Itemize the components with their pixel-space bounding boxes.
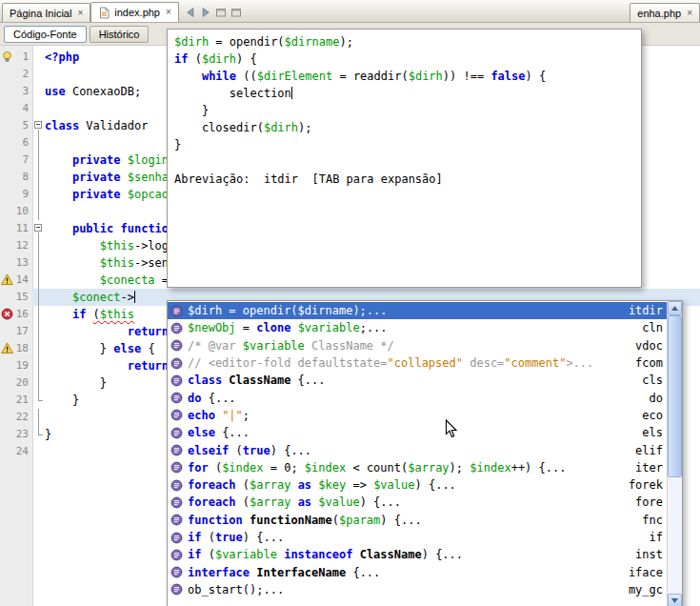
completion-item[interactable]: $dirh = opendir($dirname);...itdir [168,302,667,319]
gutter-cell: 8 [0,169,32,186]
hint-icon[interactable] [1,50,13,63]
gutter-cell: 4 [0,100,32,117]
abbreviation-label: cls [642,374,663,387]
gutter-cell: 21 [0,392,32,409]
abbreviation-hint: Abreviação: itdir [TAB para expansão] [174,171,634,188]
close-icon[interactable]: × [166,8,171,17]
abbreviation-label: elif [635,444,663,457]
line-number: 2 [0,66,32,83]
completion-item[interactable]: ob_start();...my_gc [168,581,667,598]
completion-item[interactable]: elseif (true) {...elif [168,441,667,458]
line-number: 22 [0,409,32,426]
fold-guide [32,374,45,392]
completion-item[interactable]: foreach ($array as $key => $value) {...f… [168,476,667,494]
history-view-button[interactable]: Histórico [90,26,150,43]
code-text: use ConexaoDB; [45,83,141,100]
template-icon [170,427,183,439]
completion-text: elseif (true) {... [188,444,628,457]
completion-item[interactable]: /* @var $variable ClassName */vdoc [168,337,667,354]
completion-text: $dirh = opendir($dirname);... [188,304,621,317]
netbeans-window: Página Inicial × index.php × enha.php × … [0,0,700,606]
code-text: private $senha [45,169,169,186]
window-icon-2[interactable] [230,6,243,19]
completion-item[interactable]: if ($variable instanceof ClassName) {...… [168,546,667,563]
fold-guide [32,83,45,100]
completion-item[interactable]: do {...do [168,389,667,406]
preview-code: $dirh = opendir($dirname);if ($dirh) { w… [174,33,634,153]
completion-item[interactable]: for ($index = 0; $index < count($array);… [168,459,667,476]
scroll-track[interactable] [668,477,682,594]
line-number: 4 [0,100,32,117]
scroll-up-button[interactable] [668,301,682,315]
fold-guide [32,306,45,323]
fold-guide [32,169,45,186]
abbreviation-label: iface [629,566,663,579]
completion-text: // <editor-fold defaultstate="collapsed"… [188,356,628,370]
completion-item[interactable]: else {...els [168,424,667,441]
fold-guide [32,66,45,83]
completion-text: else {... [188,426,634,439]
fold-toggle-icon[interactable] [32,220,45,237]
abbreviation-label: if [650,531,663,544]
abbreviation-label: itdir [629,304,663,317]
code-text: private $login [45,152,169,169]
completion-item[interactable]: interface InterfaceName {...iface [168,563,667,580]
completion-text: ob_start();... [188,583,621,596]
code-text: if ($this [45,306,134,323]
scroll-thumb[interactable] [668,315,682,477]
completion-item[interactable]: // <editor-fold defaultstate="collapsed"… [168,354,667,372]
code-text: $this->log [45,237,169,254]
line-number: 9 [0,186,32,203]
back-icon[interactable] [184,6,197,19]
preview-code-line: } [174,136,634,153]
scroll-down-button[interactable] [668,594,682,606]
tab-senha-php[interactable]: enha.php × [630,3,700,22]
close-icon[interactable]: × [77,9,83,18]
fold-toggle-icon[interactable] [32,117,45,134]
completion-item[interactable]: echo "|";eco [168,407,667,424]
fold-guide [32,289,45,306]
gutter-cell: 16 [0,306,32,323]
mouse-cursor [445,419,458,441]
preview-code-line: } [174,102,634,119]
completion-item[interactable]: function functionName($param) {...fnc [168,512,667,529]
tab-pagina-inicial[interactable]: Página Inicial × [2,3,90,22]
code-text: private $opcao [45,186,169,203]
line-number: 13 [0,254,32,272]
completion-item[interactable]: if (true) {...if [168,529,667,546]
line-number: 21 [0,392,32,409]
close-icon[interactable]: × [687,9,692,18]
template-preview-popup: $dirh = opendir($dirname);if ($dirh) { w… [167,29,642,288]
window-icon[interactable] [214,6,228,19]
tab-label: enha.php [637,8,681,19]
fold-guide [32,426,45,443]
line-number: 15 [0,289,32,306]
warning-icon[interactable] [1,273,13,286]
error-icon[interactable] [1,308,13,320]
gutter-cell: 18 [0,340,32,357]
template-icon [170,479,183,492]
completion-text: foreach ($array as $key => $value) {... [188,478,621,492]
fold-guide [32,272,45,289]
warning-icon[interactable] [1,342,13,354]
line-number: 17 [0,323,32,340]
line-number: 3 [0,83,32,100]
tab-index-php[interactable]: index.php × [90,2,179,22]
tab-label: index.php [114,7,160,18]
completion-item[interactable]: $newObj = clone $variable;...cln [168,319,667,336]
code-text: } [45,392,79,409]
template-icon [170,374,183,387]
forward-icon[interactable] [199,6,212,19]
fold-guide [32,443,45,460]
source-view-button[interactable]: Código-Fonte [4,26,87,43]
fold-guide [32,100,45,117]
abbreviation-label: fnc [642,514,663,527]
scrollbar[interactable] [667,301,682,606]
template-icon [170,549,183,561]
preview-code-line: if ($dirh) { [174,50,634,68]
fold-guide [32,357,45,374]
completion-text: $newObj = clone $variable;... [188,321,634,334]
completion-item[interactable]: foreach ($array as $value) {...fore [168,494,667,511]
php-file-icon [98,7,110,19]
completion-item[interactable]: class ClassName {...cls [168,372,667,389]
